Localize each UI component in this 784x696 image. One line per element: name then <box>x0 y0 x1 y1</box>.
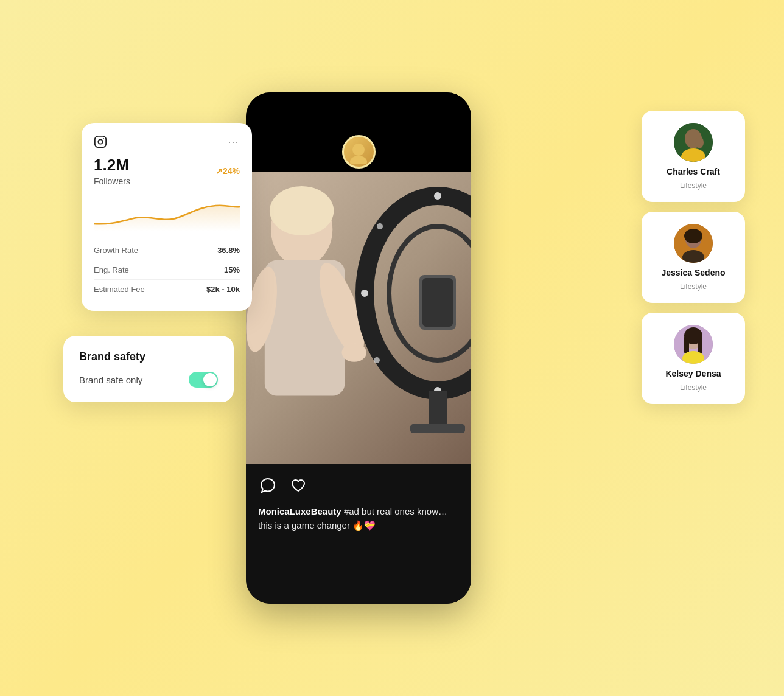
influencer-card-kelsey[interactable]: Kelsey Densa Lifestyle <box>642 313 745 404</box>
phone-image <box>246 172 471 464</box>
comment-icon[interactable] <box>258 476 278 495</box>
svg-point-20 <box>377 223 383 229</box>
post-caption: MonicaLuxeBeauty #ad but real ones know…… <box>258 505 459 532</box>
eng-rate-value: 15% <box>224 265 240 274</box>
line-chart <box>94 195 240 231</box>
jessica-name: Jessica Sedeno <box>661 268 725 277</box>
influencer-card-jessica[interactable]: Jessica Sedeno Lifestyle <box>642 212 745 303</box>
growth-badge: ↗24% <box>215 166 240 176</box>
avatar-jessica <box>674 224 713 263</box>
avatar-kelsey <box>674 325 713 364</box>
growth-rate-value: 36.8% <box>217 246 240 255</box>
followers-row: 1.2M Followers ↗24% <box>94 156 240 186</box>
svg-rect-22 <box>410 424 465 433</box>
caption-username: MonicaLuxeBeauty <box>258 506 341 517</box>
svg-point-4 <box>350 156 367 164</box>
svg-point-3 <box>352 144 365 156</box>
followers-label: Followers <box>94 176 130 186</box>
kelsey-category: Lifestyle <box>680 383 707 392</box>
estimated-fee-label: Estimated Fee <box>94 285 145 294</box>
phone-avatar <box>342 135 376 169</box>
svg-point-28 <box>695 136 704 148</box>
brand-safe-toggle[interactable] <box>189 372 218 388</box>
estimated-fee-row: Estimated Fee $2k - 10k <box>94 280 240 299</box>
brand-safety-title: Brand safety <box>79 350 218 363</box>
followers-count: 1.2M <box>94 156 130 175</box>
svg-rect-21 <box>429 391 447 427</box>
eng-rate-row: Eng. Rate 15% <box>94 260 240 280</box>
growth-rate-row: Growth Rate 36.8% <box>94 241 240 260</box>
eng-rate-label: Eng. Rate <box>94 265 129 274</box>
influencer-cards: Charles Craft Lifestyle Jessica Sedeno L… <box>642 111 745 404</box>
svg-point-31 <box>684 229 702 243</box>
charles-category: Lifestyle <box>680 181 707 190</box>
svg-rect-37 <box>698 336 702 354</box>
image-background <box>246 172 471 464</box>
kelsey-portrait <box>674 325 713 364</box>
toggle-knob <box>203 373 217 386</box>
svg-point-2 <box>103 138 104 139</box>
svg-point-6 <box>270 186 334 235</box>
charles-portrait <box>674 123 713 162</box>
svg-rect-36 <box>684 336 689 354</box>
phone-bottom: MonicaLuxeBeauty #ad but real ones know…… <box>246 464 471 604</box>
avatar-charles <box>674 123 713 162</box>
followers-block: 1.2M Followers <box>94 156 130 186</box>
brand-safety-card: Brand safety Brand safe only <box>63 336 234 402</box>
svg-point-13 <box>434 192 441 200</box>
brand-safe-label: Brand safe only <box>79 375 142 385</box>
phone-card: MonicaLuxeBeauty #ad but real ones know…… <box>246 92 471 604</box>
jessica-portrait <box>674 224 713 263</box>
heart-icon[interactable] <box>289 476 308 495</box>
svg-point-18 <box>374 357 380 363</box>
kelsey-name: Kelsey Densa <box>665 369 721 378</box>
avatar-portrait <box>346 140 371 164</box>
chart-area <box>94 195 240 231</box>
svg-rect-0 <box>95 136 106 147</box>
charles-name: Charles Craft <box>667 167 720 176</box>
ring-light <box>325 172 471 433</box>
svg-point-1 <box>98 139 102 144</box>
svg-rect-24 <box>422 278 453 327</box>
brand-safety-row: Brand safe only <box>79 372 218 388</box>
stats-card-header: ⋯ <box>94 135 240 148</box>
estimated-fee-value: $2k - 10k <box>206 285 240 294</box>
jessica-category: Lifestyle <box>680 282 707 291</box>
growth-rate-label: Growth Rate <box>94 246 138 255</box>
influencer-card-charles[interactable]: Charles Craft Lifestyle <box>642 111 745 202</box>
svg-point-19 <box>361 290 368 297</box>
phone-actions <box>258 476 459 495</box>
instagram-icon <box>94 135 107 148</box>
phone-top <box>246 92 471 172</box>
stats-card: ⋯ 1.2M Followers ↗24% G <box>82 123 252 311</box>
main-scene: ⋯ 1.2M Followers ↗24% G <box>118 74 666 622</box>
more-icon[interactable]: ⋯ <box>228 135 240 148</box>
